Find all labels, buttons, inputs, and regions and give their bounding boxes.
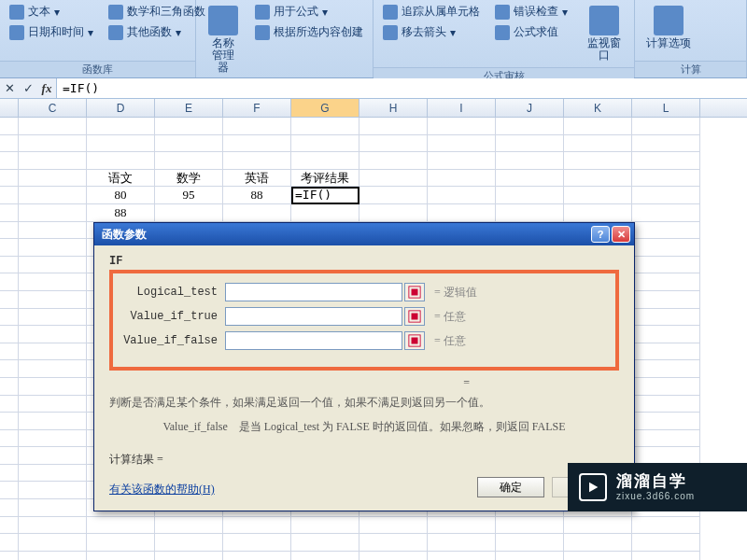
cell[interactable]: 95 <box>155 187 223 204</box>
cell[interactable]: =IF() <box>291 187 359 204</box>
cell[interactable] <box>359 187 428 204</box>
dialog-titlebar[interactable]: 函数参数 ? ✕ <box>94 223 634 245</box>
cell[interactable] <box>19 499 87 517</box>
column-header[interactable]: F <box>223 99 291 117</box>
cell[interactable] <box>19 152 87 170</box>
cell[interactable] <box>564 534 632 552</box>
cell[interactable] <box>496 118 564 135</box>
cell[interactable] <box>19 413 87 430</box>
cell[interactable] <box>632 413 700 430</box>
cell[interactable] <box>428 135 496 153</box>
cell[interactable] <box>87 552 155 560</box>
cell[interactable] <box>291 204 359 222</box>
cell[interactable] <box>564 187 632 204</box>
cell[interactable] <box>632 118 700 135</box>
column-header[interactable]: E <box>155 99 223 117</box>
cell[interactable] <box>0 170 19 188</box>
cell[interactable] <box>223 534 291 552</box>
cell[interactable] <box>223 152 291 170</box>
cell[interactable] <box>87 152 155 170</box>
cell[interactable] <box>291 135 359 153</box>
cell[interactable] <box>428 118 496 135</box>
cell[interactable] <box>428 552 496 560</box>
formula-input[interactable]: =IF() <box>56 78 747 98</box>
cell[interactable] <box>155 118 223 135</box>
cell[interactable] <box>0 257 19 274</box>
cell[interactable] <box>632 430 700 448</box>
cell[interactable] <box>632 170 700 188</box>
trace-dependents-button[interactable]: 追踪从属单元格 <box>379 2 484 21</box>
ok-button[interactable]: 确定 <box>477 477 544 497</box>
watch-window-button[interactable]: 监视窗口 <box>579 2 628 65</box>
cell[interactable] <box>19 430 87 448</box>
fx-button[interactable]: fx <box>37 81 56 96</box>
cell[interactable] <box>19 309 87 327</box>
cell[interactable] <box>359 517 428 535</box>
cell[interactable] <box>632 552 700 560</box>
cell[interactable] <box>0 447 19 465</box>
column-header[interactable]: G <box>291 99 359 117</box>
cell[interactable] <box>632 396 700 413</box>
cell[interactable] <box>223 204 291 222</box>
cell[interactable] <box>496 170 564 188</box>
cell[interactable] <box>632 204 700 222</box>
cell[interactable] <box>155 204 223 222</box>
cell[interactable] <box>19 447 87 465</box>
create-from-selection-button[interactable]: 根据所选内容创建 <box>251 22 367 42</box>
cell[interactable] <box>428 170 496 188</box>
column-header[interactable]: C <box>19 99 87 117</box>
column-header[interactable]: K <box>564 99 632 117</box>
cell[interactable] <box>0 482 19 499</box>
cell[interactable] <box>496 152 564 170</box>
cell[interactable] <box>0 552 19 560</box>
cell[interactable] <box>632 239 700 257</box>
cell[interactable] <box>87 135 155 153</box>
cell[interactable]: 88 <box>223 187 291 204</box>
cell[interactable] <box>359 135 428 153</box>
cell[interactable]: 80 <box>87 187 155 204</box>
cell[interactable] <box>632 360 700 378</box>
cell[interactable] <box>19 552 87 560</box>
cell[interactable] <box>496 135 564 153</box>
cell[interactable] <box>632 152 700 170</box>
cell[interactable] <box>0 239 19 257</box>
cell[interactable] <box>496 552 564 560</box>
cell[interactable] <box>0 499 19 517</box>
cell[interactable] <box>19 396 87 413</box>
cell[interactable] <box>0 291 19 309</box>
cell[interactable] <box>632 257 700 274</box>
cancel-formula-button[interactable]: ✕ <box>0 81 19 95</box>
cell[interactable] <box>632 309 700 327</box>
cell[interactable] <box>223 552 291 560</box>
cell[interactable] <box>0 360 19 378</box>
cell[interactable] <box>496 534 564 552</box>
cell[interactable] <box>19 465 87 483</box>
cell[interactable] <box>19 257 87 274</box>
cell[interactable] <box>632 534 700 552</box>
cell[interactable] <box>19 222 87 240</box>
column-header[interactable]: H <box>359 99 428 117</box>
cell[interactable] <box>19 378 87 396</box>
cell[interactable] <box>632 378 700 396</box>
cell[interactable] <box>19 291 87 309</box>
cell[interactable] <box>19 360 87 378</box>
cell[interactable] <box>0 135 19 153</box>
dialog-help-button[interactable]: ? <box>591 226 610 243</box>
cell[interactable] <box>359 152 428 170</box>
column-header[interactable] <box>0 99 19 117</box>
date-time-functions-button[interactable]: 日期和时间 ▾ <box>6 22 97 42</box>
calc-options-button[interactable]: 计算选项 <box>641 2 697 53</box>
column-header[interactable]: L <box>632 99 700 117</box>
cell[interactable] <box>564 135 632 153</box>
column-header[interactable]: J <box>496 99 564 117</box>
cell[interactable] <box>291 152 359 170</box>
cell[interactable] <box>428 517 496 535</box>
cell[interactable] <box>19 273 87 291</box>
cell[interactable] <box>19 326 87 343</box>
cell[interactable] <box>87 534 155 552</box>
cell[interactable] <box>359 170 428 188</box>
cell[interactable] <box>564 204 632 222</box>
cell[interactable] <box>0 222 19 240</box>
cell[interactable] <box>564 118 632 135</box>
cell[interactable] <box>496 187 564 204</box>
